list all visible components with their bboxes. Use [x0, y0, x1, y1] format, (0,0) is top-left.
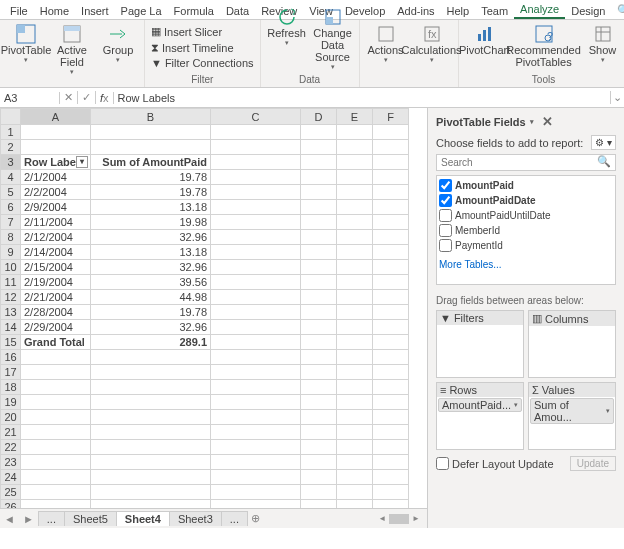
row-header-17[interactable]: 17	[1, 365, 21, 380]
sheet-nav-next-icon[interactable]: ►	[19, 513, 38, 525]
cell-F10[interactable]	[373, 260, 409, 275]
cell-A22[interactable]	[21, 440, 91, 455]
cell-D25[interactable]	[301, 485, 337, 500]
cell-E13[interactable]	[337, 305, 373, 320]
cell-F20[interactable]	[373, 410, 409, 425]
tell-me-search[interactable]: 🔍 Tell me	[611, 2, 624, 19]
tab-file[interactable]: File	[4, 3, 34, 19]
search-input[interactable]	[437, 155, 593, 170]
rows-area[interactable]: ≡Rows AmountPaid...▾	[436, 382, 524, 450]
tab-help[interactable]: Help	[441, 3, 476, 19]
name-box[interactable]: A3	[0, 92, 60, 104]
cell-A6[interactable]: 2/9/2004	[21, 200, 91, 215]
cell-B25[interactable]	[91, 485, 211, 500]
field-paymentid[interactable]: PaymentId	[439, 238, 613, 253]
insert-timeline-button[interactable]: ⧗Insert Timeline	[149, 40, 236, 55]
sheet-tab-...[interactable]: ...	[38, 511, 65, 526]
cell-B7[interactable]: 19.98	[91, 215, 211, 230]
cell-B4[interactable]: 19.78	[91, 170, 211, 185]
cell-B19[interactable]	[91, 395, 211, 410]
cell-F15[interactable]	[373, 335, 409, 350]
formula-bar[interactable]: Row Labels	[114, 92, 610, 104]
cell-E17[interactable]	[337, 365, 373, 380]
tab-team[interactable]: Team	[475, 3, 514, 19]
sheet-tab-sheet3[interactable]: Sheet3	[169, 511, 222, 526]
cell-F12[interactable]	[373, 290, 409, 305]
cell-E9[interactable]	[337, 245, 373, 260]
cell-F3[interactable]	[373, 155, 409, 170]
tab-design[interactable]: Design	[565, 3, 611, 19]
cell-A8[interactable]: 2/12/2004	[21, 230, 91, 245]
row-header-13[interactable]: 13	[1, 305, 21, 320]
cell-F4[interactable]	[373, 170, 409, 185]
cell-B26[interactable]	[91, 500, 211, 509]
cell-B16[interactable]	[91, 350, 211, 365]
row-header-7[interactable]: 7	[1, 215, 21, 230]
cell-C13[interactable]	[211, 305, 301, 320]
cell-A24[interactable]	[21, 470, 91, 485]
cell-E18[interactable]	[337, 380, 373, 395]
row-header-3[interactable]: 3	[1, 155, 21, 170]
cell-D26[interactable]	[301, 500, 337, 509]
cell-D14[interactable]	[301, 320, 337, 335]
cell-E1[interactable]	[337, 125, 373, 140]
cell-A21[interactable]	[21, 425, 91, 440]
gear-icon[interactable]: ⚙ ▾	[591, 135, 616, 150]
cell-E25[interactable]	[337, 485, 373, 500]
cell-D11[interactable]	[301, 275, 337, 290]
tab-insert[interactable]: Insert	[75, 3, 115, 19]
cancel-formula-icon[interactable]: ✕	[60, 91, 78, 104]
cell-B1[interactable]	[91, 125, 211, 140]
cell-C1[interactable]	[211, 125, 301, 140]
cell-A9[interactable]: 2/14/2004	[21, 245, 91, 260]
columns-area[interactable]: ▥Columns	[528, 310, 616, 378]
row-header-20[interactable]: 20	[1, 410, 21, 425]
tab-data[interactable]: Data	[220, 3, 255, 19]
hscroll-right-icon[interactable]: ►	[409, 514, 423, 523]
cell-C5[interactable]	[211, 185, 301, 200]
cell-F17[interactable]	[373, 365, 409, 380]
cell-D10[interactable]	[301, 260, 337, 275]
row-header-2[interactable]: 2	[1, 140, 21, 155]
values-pill[interactable]: Sum of Amou...▾	[530, 398, 614, 424]
cell-C3[interactable]	[211, 155, 301, 170]
cell-F8[interactable]	[373, 230, 409, 245]
field-amountpaiduntildate[interactable]: AmountPaidUntilDate	[439, 208, 613, 223]
cell-D12[interactable]	[301, 290, 337, 305]
cell-E5[interactable]	[337, 185, 373, 200]
cell-D6[interactable]	[301, 200, 337, 215]
field-search[interactable]: 🔍	[436, 154, 616, 171]
col-header-C[interactable]: C	[211, 109, 301, 125]
row-header-26[interactable]: 26	[1, 500, 21, 509]
cell-E26[interactable]	[337, 500, 373, 509]
cell-B17[interactable]	[91, 365, 211, 380]
cell-C14[interactable]	[211, 320, 301, 335]
cell-A16[interactable]	[21, 350, 91, 365]
cell-C25[interactable]	[211, 485, 301, 500]
field-checkbox[interactable]	[439, 194, 452, 207]
row-header-4[interactable]: 4	[1, 170, 21, 185]
cell-C7[interactable]	[211, 215, 301, 230]
cell-C23[interactable]	[211, 455, 301, 470]
cell-D4[interactable]	[301, 170, 337, 185]
cell-B23[interactable]	[91, 455, 211, 470]
cell-E22[interactable]	[337, 440, 373, 455]
cell-A12[interactable]: 2/21/2004	[21, 290, 91, 305]
field-checkbox[interactable]	[439, 209, 452, 222]
cell-B9[interactable]: 13.18	[91, 245, 211, 260]
cell-A7[interactable]: 2/11/2004	[21, 215, 91, 230]
cell-E11[interactable]	[337, 275, 373, 290]
insert-slicer-button[interactable]: ▦Insert Slicer	[149, 24, 224, 39]
cell-C15[interactable]	[211, 335, 301, 350]
show-button[interactable]: Show▾	[581, 22, 624, 66]
spreadsheet-grid[interactable]: ABCDEF123Row LabelsSum of AmountPaid42/1…	[0, 108, 427, 508]
cell-A14[interactable]: 2/29/2004	[21, 320, 91, 335]
cell-F19[interactable]	[373, 395, 409, 410]
cell-A5[interactable]: 2/2/2004	[21, 185, 91, 200]
new-sheet-icon[interactable]: ⊕	[247, 512, 264, 525]
cell-E6[interactable]	[337, 200, 373, 215]
cell-F9[interactable]	[373, 245, 409, 260]
field-checkbox[interactable]	[439, 239, 452, 252]
active-field-button[interactable]: Active Field▾	[50, 22, 94, 78]
cell-A11[interactable]: 2/19/2004	[21, 275, 91, 290]
